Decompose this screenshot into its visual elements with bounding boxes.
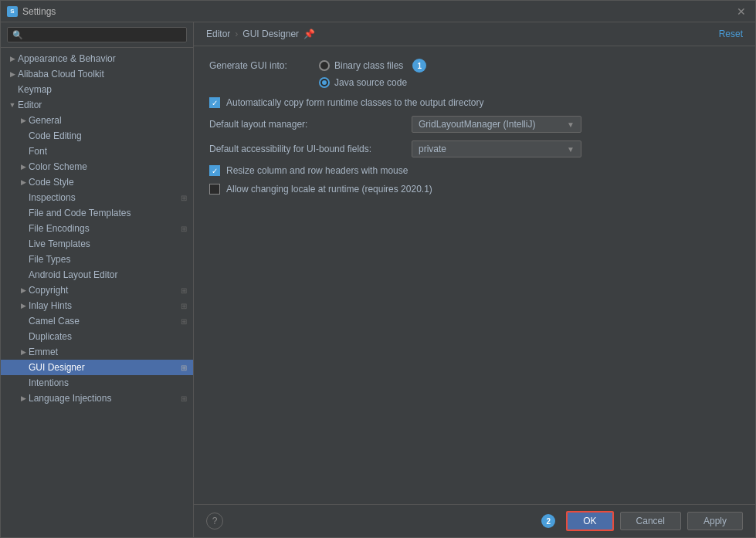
sidebar-item-code-editing[interactable]: Code Editing <box>1 128 193 144</box>
sidebar-item-label: Alibaba Cloud Toolkit <box>18 69 187 80</box>
sidebar-item-label: Intentions <box>29 377 187 388</box>
dropdown-layout-manager[interactable]: GridLayoutManager (IntelliJ) ▼ <box>412 116 581 133</box>
dropdown-accessibility-label: Default accessibility for UI-bound field… <box>209 144 402 154</box>
arrow-icon: ▶ <box>7 55 18 63</box>
sidebar-item-label: Camel Case <box>29 316 178 327</box>
sidebar-item-general[interactable]: ▶ General <box>1 113 193 128</box>
dropdown-layout-manager-row: Default layout manager: GridLayoutManage… <box>209 116 740 133</box>
sidebar-item-inspections[interactable]: Inspections ⊞ <box>1 190 193 205</box>
close-button[interactable]: ✕ <box>734 5 749 18</box>
sidebar-item-label: Language Injections <box>29 393 178 404</box>
sidebar-item-label: File and Code Templates <box>29 208 187 218</box>
arrow-icon: ▶ <box>18 348 29 356</box>
sidebar-item-label: Editor <box>18 100 187 110</box>
sidebar-item-label: Live Templates <box>29 239 187 249</box>
sidebar-item-code-style[interactable]: ▶ Code Style <box>1 174 193 190</box>
window-title: Settings <box>22 6 734 17</box>
dropdown-accessibility[interactable]: private ▼ <box>412 140 581 157</box>
sidebar-item-label: Font <box>29 146 187 157</box>
checkbox-allow-locale[interactable] <box>209 184 220 195</box>
sidebar-item-label: Code Editing <box>29 130 187 141</box>
sidebar-item-inlay-hints[interactable]: ▶ Inlay Hints ⊞ <box>1 298 193 313</box>
sidebar-item-label: File Types <box>29 254 187 265</box>
sidebar-item-file-code-templates[interactable]: File and Code Templates <box>1 205 193 221</box>
search-input[interactable] <box>7 27 187 42</box>
dropdown-layout-manager-value: GridLayoutManager (IntelliJ) <box>419 119 535 130</box>
sidebar-item-live-templates[interactable]: Live Templates <box>1 236 193 252</box>
sidebar-item-editor[interactable]: ▼ Editor <box>1 97 193 113</box>
checkbox-auto-copy-row: Automatically copy form runtime classes … <box>209 97 740 108</box>
radio-java-inner <box>322 80 327 85</box>
breadcrumb: Editor › GUI Designer 📌 <box>206 29 719 39</box>
sidebar-item-label: Code Style <box>29 177 187 188</box>
arrow-icon: ▶ <box>18 117 29 124</box>
arrow-icon: ▶ <box>18 394 29 402</box>
settings-content: Generate GUI into: Binary class files 1 <box>194 46 755 504</box>
breadcrumb-separator: › <box>235 29 238 39</box>
cancel-button[interactable]: Cancel <box>620 512 681 530</box>
settings-icon: ⊞ <box>181 194 187 202</box>
radio-binary-label: Binary class files <box>334 60 403 71</box>
checkbox-resize-col-row: Resize column and row headers with mouse <box>209 165 740 176</box>
sidebar-item-android-layout-editor[interactable]: Android Layout Editor <box>1 267 193 283</box>
apply-button[interactable]: Apply <box>687 512 743 530</box>
reset-button[interactable]: Reset <box>719 29 743 39</box>
ok-button[interactable]: OK <box>566 511 613 531</box>
main-content-area: ▶ Appearance & Behavior ▶ Alibaba Cloud … <box>1 22 755 537</box>
sidebar-tree: ▶ Appearance & Behavior ▶ Alibaba Cloud … <box>1 48 193 537</box>
settings-icon: ⊞ <box>181 286 187 295</box>
arrow-icon: ▶ <box>18 163 29 171</box>
sidebar-item-camel-case[interactable]: Camel Case ⊞ <box>1 313 193 329</box>
checkbox-resize-col-label: Resize column and row headers with mouse <box>226 165 408 176</box>
checkbox-auto-copy[interactable] <box>209 97 220 108</box>
radio-java[interactable]: Java source code <box>319 77 426 88</box>
sidebar-item-alibaba[interactable]: ▶ Alibaba Cloud Toolkit <box>1 66 193 82</box>
dropdown-layout-manager-label: Default layout manager: <box>209 119 402 130</box>
sidebar-item-label: Emmet <box>29 347 187 357</box>
sidebar-item-file-types[interactable]: File Types <box>1 252 193 267</box>
generate-gui-row: Generate GUI into: Binary class files 1 <box>209 59 740 88</box>
sidebar-item-label: Inspections <box>29 192 178 203</box>
sidebar-item-copyright[interactable]: ▶ Copyright ⊞ <box>1 283 193 298</box>
checkbox-allow-locale-label: Allow changing locale at runtime (requir… <box>226 184 432 195</box>
sidebar-item-label: Copyright <box>29 285 178 296</box>
pin-icon[interactable]: 📌 <box>303 29 315 39</box>
sidebar-item-appearance[interactable]: ▶ Appearance & Behavior <box>1 51 193 66</box>
radio-java-label: Java source code <box>334 77 407 88</box>
radio-binary-button[interactable] <box>319 60 330 71</box>
sidebar-item-font[interactable]: Font <box>1 144 193 159</box>
sidebar-item-keymap[interactable]: Keymap <box>1 82 193 97</box>
sidebar-item-label: File Encodings <box>29 223 178 234</box>
sidebar-item-language-injections[interactable]: ▶ Language Injections ⊞ <box>1 391 193 406</box>
radio-binary[interactable]: Binary class files 1 <box>319 59 426 73</box>
main-header: Editor › GUI Designer 📌 Reset <box>194 22 755 46</box>
sidebar: ▶ Appearance & Behavior ▶ Alibaba Cloud … <box>1 22 194 537</box>
sidebar-item-intentions[interactable]: Intentions <box>1 375 193 391</box>
sidebar-item-emmet[interactable]: ▶ Emmet <box>1 344 193 360</box>
arrow-icon: ▶ <box>18 302 29 310</box>
arrow-icon: ▶ <box>18 286 29 294</box>
breadcrumb-current: GUI Designer <box>242 29 299 39</box>
sidebar-item-label: Appearance & Behavior <box>18 53 187 64</box>
sidebar-item-duplicates[interactable]: Duplicates <box>1 329 193 344</box>
checkbox-auto-copy-label: Automatically copy form runtime classes … <box>226 97 483 108</box>
dropdown-accessibility-value: private <box>419 144 446 154</box>
footer-actions: 2 OK Cancel Apply <box>541 511 743 531</box>
sidebar-item-label: GUI Designer <box>29 362 178 373</box>
sidebar-item-file-encodings[interactable]: File Encodings ⊞ <box>1 221 193 236</box>
sidebar-item-label: Android Layout Editor <box>29 269 187 280</box>
settings-icon: ⊞ <box>181 302 187 310</box>
help-button[interactable]: ? <box>206 513 223 530</box>
sidebar-item-gui-designer[interactable]: GUI Designer ⊞ <box>1 360 193 375</box>
sidebar-item-color-scheme[interactable]: ▶ Color Scheme <box>1 159 193 174</box>
checkbox-allow-locale-row: Allow changing locale at runtime (requir… <box>209 184 740 195</box>
main-panel: Editor › GUI Designer 📌 Reset Generate G… <box>194 22 755 537</box>
chevron-down-icon: ▼ <box>567 145 575 154</box>
help-icon: ? <box>212 516 218 526</box>
checkbox-resize-col[interactable] <box>209 165 220 176</box>
radio-java-button[interactable] <box>319 77 330 88</box>
sidebar-item-label: Color Scheme <box>29 161 187 172</box>
sidebar-item-label: General <box>29 115 187 126</box>
settings-window: S Settings ✕ ▶ Appearance & Behavior ▶ A… <box>0 0 756 538</box>
title-bar: S Settings ✕ <box>1 1 755 22</box>
